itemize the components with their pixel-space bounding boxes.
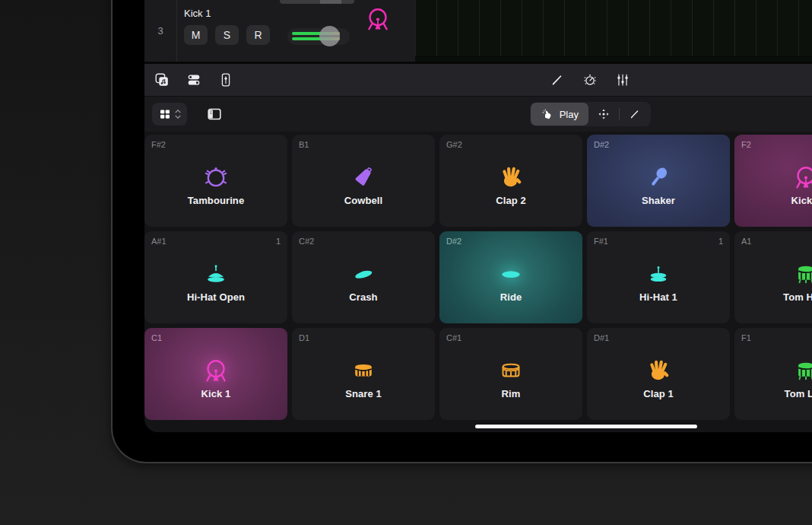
clap-icon bbox=[645, 357, 672, 384]
pad-name-label: Ride bbox=[500, 291, 522, 303]
cowbell-icon bbox=[350, 164, 377, 191]
drum-pad[interactable]: A1 Tom High bbox=[734, 231, 812, 323]
drum-pad[interactable]: D#1 Clap 1 bbox=[587, 328, 730, 420]
crash-icon bbox=[350, 260, 377, 288]
edit-pencil-button[interactable] bbox=[549, 72, 566, 88]
channel-strip-button[interactable] bbox=[217, 72, 234, 88]
shaker-icon bbox=[645, 164, 672, 191]
track-header: Kick 1 M S R bbox=[177, 0, 415, 62]
snare-icon bbox=[350, 357, 377, 384]
pad-name-label: Shaker bbox=[642, 195, 675, 206]
pad-name-label: Cowbell bbox=[344, 195, 383, 206]
move-arrows-icon bbox=[597, 107, 611, 121]
pad-note-label: F1 bbox=[741, 333, 751, 342]
drum-pad[interactable]: F1 Tom Low bbox=[734, 328, 812, 420]
pencil-icon bbox=[628, 107, 642, 121]
pad-note-label: D#2 bbox=[446, 237, 462, 246]
track-number: 3 bbox=[144, 0, 177, 62]
pads-toolbar: Play bbox=[144, 96, 812, 132]
view-selector-button[interactable] bbox=[152, 103, 187, 126]
play-mode-button[interactable]: Play bbox=[531, 103, 588, 126]
pad-note-label: F2 bbox=[741, 140, 751, 149]
previous-track-slider-edge bbox=[280, 0, 354, 4]
primary-toolbar bbox=[144, 64, 812, 96]
drum-pad[interactable]: F#2 Tambourine bbox=[144, 135, 287, 227]
pad-note-label: B1 bbox=[299, 140, 309, 149]
chevron-up-down-icon bbox=[174, 107, 182, 121]
pad-name-label: Tom Low bbox=[785, 388, 812, 399]
pad-name-label: Kick 1 bbox=[201, 388, 231, 399]
pad-note-label: D1 bbox=[299, 333, 309, 342]
drum-pad[interactable]: F2 Kick 2 bbox=[734, 135, 812, 227]
desktop-background: 3 Kick 1 M S R bbox=[0, 0, 812, 525]
edit-mode-button[interactable] bbox=[620, 103, 650, 126]
drum-pad[interactable]: G#2 Clap 2 bbox=[439, 135, 582, 227]
count-in-icon bbox=[582, 72, 598, 88]
pad-name-label: Clap 1 bbox=[643, 388, 674, 399]
drum-pad[interactable]: A#1 1 Hi-Hat Open bbox=[144, 231, 287, 323]
pad-note-label: D#1 bbox=[594, 333, 609, 342]
pad-name-label: Snare 1 bbox=[345, 388, 382, 399]
channel-strip-icon bbox=[217, 72, 234, 88]
pad-choke-group-badge: 1 bbox=[276, 237, 281, 246]
timeline-grid[interactable] bbox=[415, 0, 812, 62]
app-screen: 3 Kick 1 M S R bbox=[144, 0, 812, 432]
plugins-button[interactable] bbox=[186, 72, 202, 88]
pad-name-label: Crash bbox=[349, 291, 377, 303]
move-mode-button[interactable] bbox=[588, 103, 619, 126]
ipad-frame: 3 Kick 1 M S R bbox=[111, 0, 812, 463]
pad-note-label: G#2 bbox=[446, 140, 462, 149]
hihat-closed-icon bbox=[645, 260, 672, 288]
hihat-open-icon bbox=[202, 260, 230, 288]
horizontal-scrollbar[interactable] bbox=[475, 425, 697, 428]
pad-grid: F#2 Tambourine B1 Cowbell G#2 Clap 2 D#2… bbox=[144, 135, 812, 420]
track-controls: M S R bbox=[184, 25, 270, 45]
rim-icon bbox=[497, 357, 525, 384]
drum-pad[interactable]: D1 Snare 1 bbox=[292, 328, 435, 420]
pad-note-label: C1 bbox=[151, 333, 162, 342]
kick-drum-icon bbox=[364, 3, 392, 35]
grid-view-icon bbox=[158, 107, 172, 121]
pads-area: F#2 Tambourine B1 Cowbell G#2 Clap 2 D#2… bbox=[144, 132, 812, 432]
tom-icon bbox=[792, 260, 812, 288]
volume-knob[interactable] bbox=[319, 26, 340, 46]
solo-button[interactable]: S bbox=[215, 25, 239, 45]
volume-slider[interactable] bbox=[287, 28, 350, 45]
plugins-icon bbox=[186, 72, 202, 88]
play-mode-label: Play bbox=[560, 109, 579, 120]
ride-icon bbox=[497, 260, 525, 288]
pad-name-label: Kick 2 bbox=[791, 195, 812, 206]
count-in-button[interactable] bbox=[582, 72, 598, 88]
drum-pad[interactable]: D#2 Ride bbox=[439, 231, 582, 323]
pad-note-label: F#1 bbox=[594, 237, 608, 246]
record-enable-button[interactable]: R bbox=[246, 25, 270, 45]
drum-pad[interactable]: C#1 Rim bbox=[439, 328, 582, 420]
pad-name-label: Tambourine bbox=[188, 195, 244, 206]
pad-name-label: Tom High bbox=[783, 291, 812, 303]
browser-toggle-button[interactable] bbox=[201, 105, 228, 123]
pad-note-label: A1 bbox=[741, 237, 751, 246]
pad-note-label: A#1 bbox=[151, 237, 167, 246]
drum-pad[interactable]: F#1 1 Hi-Hat 1 bbox=[587, 231, 730, 323]
pad-note-label: F#2 bbox=[151, 140, 166, 149]
pad-name-label: Clap 2 bbox=[496, 195, 526, 206]
loop-browser-icon bbox=[154, 72, 170, 88]
tambourine-icon bbox=[202, 164, 230, 191]
mute-button[interactable]: M bbox=[184, 25, 208, 45]
track-row[interactable]: 3 Kick 1 M S R bbox=[144, 0, 812, 64]
pad-choke-group-badge: 1 bbox=[718, 237, 723, 246]
track-name: Kick 1 bbox=[184, 8, 211, 19]
sidebar-icon bbox=[205, 106, 224, 123]
drum-pad[interactable]: D#2 Shaker bbox=[587, 135, 730, 227]
drum-pad[interactable]: C1 Kick 1 bbox=[144, 328, 287, 420]
pad-mode-segmented-control: Play bbox=[530, 102, 651, 126]
drum-pad[interactable]: B1 Cowbell bbox=[292, 135, 435, 227]
pad-name-label: Hi-Hat 1 bbox=[639, 291, 677, 303]
drum-pad[interactable]: C#2 Crash bbox=[292, 231, 435, 323]
clap-icon bbox=[497, 164, 525, 191]
mixer-button[interactable] bbox=[614, 72, 631, 88]
pad-name-label: Hi-Hat Open bbox=[187, 291, 245, 303]
loop-browser-button[interactable] bbox=[154, 72, 170, 88]
pad-note-label: C#2 bbox=[299, 237, 314, 246]
mixer-icon bbox=[614, 72, 631, 88]
